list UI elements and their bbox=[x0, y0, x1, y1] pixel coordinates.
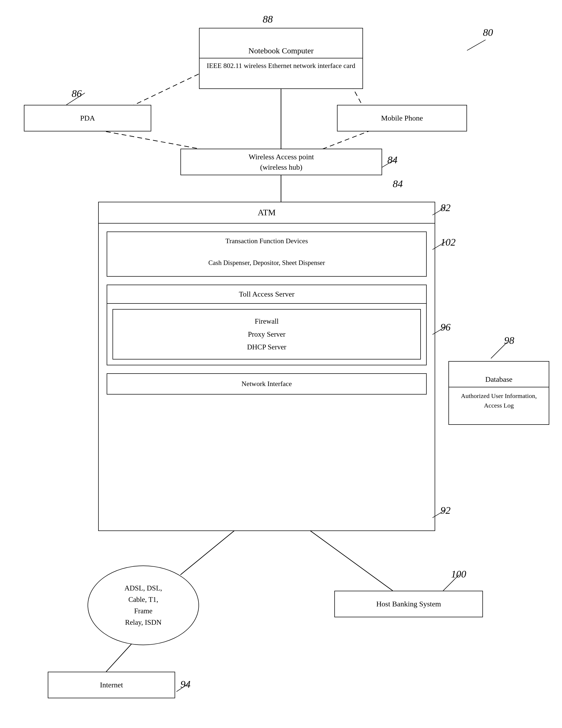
transaction-sublabel: Cash Dispenser, Depositor, Sheet Dispens… bbox=[208, 259, 325, 267]
svg-line-13 bbox=[432, 207, 446, 215]
host-banking-label: Host Banking System bbox=[376, 599, 441, 609]
notebook-sublabel: IEEE 802.11 wireless Ethernet network in… bbox=[203, 58, 359, 73]
atm-outer-box: ATM Transaction Function Devices Cash Di… bbox=[98, 202, 435, 531]
arrow-100 bbox=[440, 572, 467, 593]
database-label: Database bbox=[449, 372, 549, 387]
arrow-96 bbox=[430, 324, 451, 337]
svg-line-12 bbox=[382, 159, 395, 167]
mobile-box: Mobile Phone bbox=[337, 105, 467, 131]
database-sublabel: Authorized User Information, Access Log bbox=[449, 387, 549, 414]
arrow-82 bbox=[430, 204, 451, 218]
transaction-body: Cash Dispenser, Depositor, Sheet Dispens… bbox=[107, 250, 427, 277]
toll-access-outer: Toll Access Server FirewallProxy ServerD… bbox=[107, 285, 427, 365]
svg-line-16 bbox=[432, 510, 446, 518]
notebook-label: Notebook Computer bbox=[200, 43, 362, 58]
adsl-circle: ADSL, DSL,Cable, T1,FrameRelay, ISDN bbox=[88, 566, 199, 645]
database-box: Database Authorized User Information, Ac… bbox=[448, 361, 549, 425]
arrow-92 bbox=[430, 507, 451, 520]
arrow-80 bbox=[451, 35, 494, 56]
svg-line-7 bbox=[305, 527, 393, 591]
wireless-ap-box: Wireless Access point(wireless hub) bbox=[181, 149, 382, 175]
svg-line-10 bbox=[467, 40, 486, 50]
arrow-86 bbox=[58, 90, 90, 109]
internet-label: Internet bbox=[100, 680, 123, 690]
pda-box: PDA bbox=[24, 105, 151, 131]
ref-88: 88 bbox=[263, 13, 273, 25]
notebook-box: Notebook Computer IEEE 802.11 wireless E… bbox=[199, 28, 363, 89]
svg-line-11 bbox=[66, 93, 85, 105]
pda-label: PDA bbox=[80, 113, 95, 123]
host-banking-box: Host Banking System bbox=[334, 591, 483, 617]
ref-90: 84 bbox=[393, 178, 403, 190]
svg-line-6 bbox=[181, 527, 239, 575]
internet-box: Internet bbox=[48, 672, 175, 698]
svg-line-17 bbox=[491, 342, 507, 358]
transaction-header: Transaction Function Devices bbox=[107, 232, 427, 250]
transaction-label: Transaction Function Devices bbox=[226, 237, 308, 246]
toll-access-label: Toll Access Server bbox=[107, 285, 426, 304]
firewall-box: FirewallProxy ServerDHCP Server bbox=[113, 309, 421, 359]
atm-label-row: ATM bbox=[99, 202, 435, 224]
arrow-102 bbox=[430, 239, 451, 252]
network-interface-box: Network Interface bbox=[107, 373, 427, 395]
arrow-84 bbox=[379, 157, 401, 170]
arrow-94 bbox=[174, 681, 195, 694]
svg-line-15 bbox=[432, 327, 446, 335]
network-interface-label: Network Interface bbox=[242, 379, 292, 388]
firewall-label: FirewallProxy ServerDHCP Server bbox=[118, 315, 415, 354]
wireless-ap-label: Wireless Access point(wireless hub) bbox=[249, 152, 314, 172]
mobile-label: Mobile Phone bbox=[381, 113, 423, 123]
svg-line-19 bbox=[177, 684, 189, 692]
adsl-label: ADSL, DSL,Cable, T1,FrameRelay, ISDN bbox=[125, 583, 162, 628]
arrow-98 bbox=[488, 340, 515, 361]
svg-line-14 bbox=[432, 242, 446, 250]
diagram: 88 Notebook Computer IEEE 802.11 wireles… bbox=[0, 0, 562, 728]
svg-line-18 bbox=[443, 575, 459, 591]
atm-label: ATM bbox=[258, 208, 276, 217]
